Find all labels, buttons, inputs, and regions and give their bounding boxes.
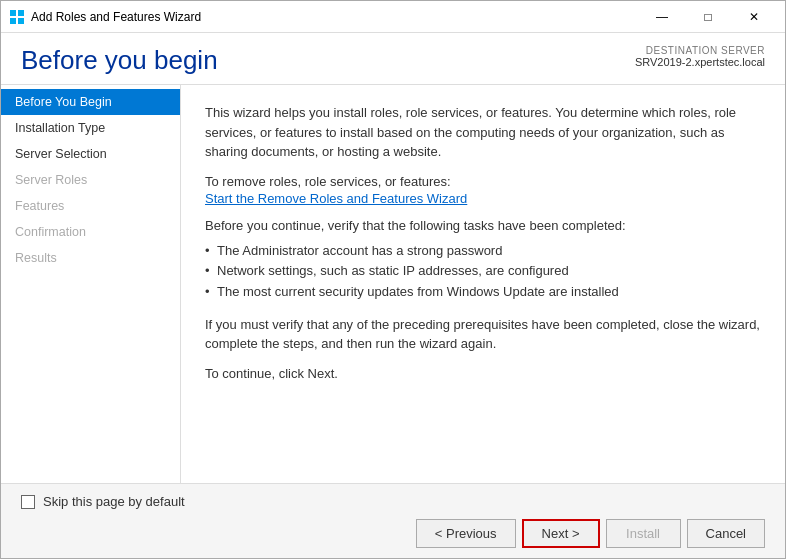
button-row: < Previous Next > Install Cancel: [21, 519, 765, 548]
sidebar-item-server-selection[interactable]: Server Selection: [1, 141, 180, 167]
skip-row: Skip this page by default: [21, 494, 765, 509]
page-header: Before you begin DESTINATION SERVER SRV2…: [1, 33, 785, 85]
continue-paragraph: To continue, click Next.: [205, 366, 761, 381]
list-item: The most current security updates from W…: [205, 282, 761, 303]
destination-value: SRV2019-2.xpertstec.local: [635, 56, 765, 68]
app-icon: [9, 9, 25, 25]
window-controls: — □ ✕: [639, 1, 777, 33]
maximize-button[interactable]: □: [685, 1, 731, 33]
skip-checkbox[interactable]: [21, 495, 35, 509]
svg-rect-2: [10, 18, 16, 24]
sidebar-item-server-roles: Server Roles: [1, 167, 180, 193]
svg-rect-3: [18, 18, 24, 24]
remove-roles-section: To remove roles, role services, or featu…: [205, 174, 761, 206]
title-bar: Add Roles and Features Wizard — □ ✕: [1, 1, 785, 33]
destination-label: DESTINATION SERVER: [635, 45, 765, 56]
skip-label: Skip this page by default: [43, 494, 185, 509]
remove-roles-link[interactable]: Start the Remove Roles and Features Wiza…: [205, 191, 467, 206]
intro-paragraph: This wizard helps you install roles, rol…: [205, 103, 761, 162]
svg-rect-1: [18, 10, 24, 16]
sidebar-item-features: Features: [1, 193, 180, 219]
list-item: Network settings, such as static IP addr…: [205, 261, 761, 282]
sidebar-item-installation-type[interactable]: Installation Type: [1, 115, 180, 141]
cancel-button[interactable]: Cancel: [687, 519, 765, 548]
footer: Skip this page by default < Previous Nex…: [1, 483, 785, 558]
previous-button[interactable]: < Previous: [416, 519, 516, 548]
next-button[interactable]: Next >: [522, 519, 600, 548]
page-title: Before you begin: [21, 45, 218, 76]
verify-paragraph: If you must verify that any of the prece…: [205, 315, 761, 354]
tasks-intro: Before you continue, verify that the fol…: [205, 218, 761, 233]
remove-roles-label: To remove roles, role services, or featu…: [205, 174, 761, 189]
window-title: Add Roles and Features Wizard: [31, 10, 639, 24]
prerequisites-list: The Administrator account has a strong p…: [205, 241, 761, 303]
install-button[interactable]: Install: [606, 519, 681, 548]
sidebar-item-results: Results: [1, 245, 180, 271]
main-content: Before You Begin Installation Type Serve…: [1, 85, 785, 483]
sidebar: Before You Begin Installation Type Serve…: [1, 85, 181, 483]
sidebar-item-before-you-begin[interactable]: Before You Begin: [1, 89, 180, 115]
wizard-window: Add Roles and Features Wizard — □ ✕ Befo…: [0, 0, 786, 559]
content-area: This wizard helps you install roles, rol…: [181, 85, 785, 483]
svg-rect-0: [10, 10, 16, 16]
destination-server-info: DESTINATION SERVER SRV2019-2.xpertstec.l…: [635, 45, 765, 68]
list-item: The Administrator account has a strong p…: [205, 241, 761, 262]
close-button[interactable]: ✕: [731, 1, 777, 33]
minimize-button[interactable]: —: [639, 1, 685, 33]
sidebar-item-confirmation: Confirmation: [1, 219, 180, 245]
